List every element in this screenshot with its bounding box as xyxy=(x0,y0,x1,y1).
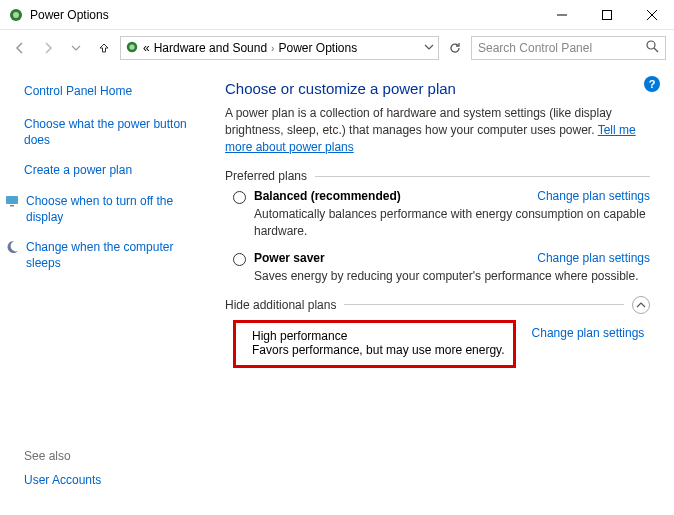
address-bar: « Hardware and Sound › Power Options Sea… xyxy=(0,30,674,66)
plan-high-performance-row: High performance Favors performance, but… xyxy=(233,320,650,368)
svg-point-8 xyxy=(647,41,655,49)
forward-button[interactable] xyxy=(36,36,60,60)
back-button[interactable] xyxy=(8,36,32,60)
refresh-button[interactable] xyxy=(443,36,467,60)
control-panel-icon xyxy=(125,40,139,57)
sidebar-link-power-button[interactable]: Choose what the power button does xyxy=(24,116,203,148)
search-placeholder: Search Control Panel xyxy=(478,41,646,55)
radio-power-saver[interactable] xyxy=(233,253,246,266)
close-button[interactable] xyxy=(629,0,674,29)
breadcrumb-dropdown-button[interactable] xyxy=(424,41,434,55)
plan-name: Balanced (recommended) xyxy=(254,189,527,203)
page-description: A power plan is a collection of hardware… xyxy=(225,105,650,155)
recent-locations-button[interactable] xyxy=(64,36,88,60)
highlight-box: High performance Favors performance, but… xyxy=(233,320,516,368)
sidebar-item-label: Choose what the power button does xyxy=(24,116,203,148)
sidebar: Control Panel Home Choose what the power… xyxy=(0,66,215,515)
plan-name: Power saver xyxy=(254,251,527,265)
change-plan-settings-link[interactable]: Change plan settings xyxy=(537,251,650,265)
maximize-button[interactable] xyxy=(584,0,629,29)
search-icon xyxy=(646,40,659,56)
power-options-icon xyxy=(8,7,24,23)
breadcrumb-hardware-sound[interactable]: Hardware and Sound xyxy=(154,41,267,55)
breadcrumb-overflow[interactable]: « xyxy=(143,41,150,55)
moon-icon xyxy=(4,239,20,255)
control-panel-home-link[interactable]: Control Panel Home xyxy=(24,84,203,98)
plan-power-saver: Power saver Change plan settings Saves e… xyxy=(233,251,650,284)
additional-plans-header: Hide additional plans xyxy=(225,296,650,314)
sidebar-link-create-plan[interactable]: Create a power plan xyxy=(24,162,203,178)
plan-desc: Favors performance, but may use more ene… xyxy=(252,343,505,357)
display-icon xyxy=(4,193,20,209)
search-input[interactable]: Search Control Panel xyxy=(471,36,666,60)
change-plan-settings-link[interactable]: Change plan settings xyxy=(532,320,645,340)
plan-name: High performance xyxy=(252,329,505,343)
preferred-plans-header: Preferred plans xyxy=(225,169,650,183)
radio-balanced[interactable] xyxy=(233,191,246,204)
titlebar: Power Options xyxy=(0,0,674,30)
user-accounts-link[interactable]: User Accounts xyxy=(24,473,203,487)
minimize-button[interactable] xyxy=(539,0,584,29)
svg-rect-11 xyxy=(10,205,14,207)
svg-rect-3 xyxy=(602,10,611,19)
chevron-right-icon: › xyxy=(271,43,274,54)
sidebar-link-sleep[interactable]: Change when the computer sleeps xyxy=(24,239,203,271)
sidebar-link-turn-off-display[interactable]: Choose when to turn off the display xyxy=(24,193,203,225)
see-also-label: See also xyxy=(24,449,203,463)
plan-desc: Saves energy by reducing your computer's… xyxy=(254,268,650,284)
collapse-button[interactable] xyxy=(632,296,650,314)
svg-point-7 xyxy=(129,44,134,49)
change-plan-settings-link[interactable]: Change plan settings xyxy=(537,189,650,203)
svg-point-1 xyxy=(13,12,19,18)
sidebar-item-label: Create a power plan xyxy=(24,162,132,178)
plan-desc: Automatically balances performance with … xyxy=(254,206,650,238)
sidebar-item-label: Choose when to turn off the display xyxy=(26,193,203,225)
breadcrumb[interactable]: « Hardware and Sound › Power Options xyxy=(120,36,439,60)
window-title: Power Options xyxy=(30,8,109,22)
svg-rect-10 xyxy=(6,196,18,204)
page-heading: Choose or customize a power plan xyxy=(225,80,650,97)
help-icon[interactable]: ? xyxy=(644,76,660,92)
breadcrumb-power-options[interactable]: Power Options xyxy=(278,41,357,55)
main-content: Choose or customize a power plan A power… xyxy=(215,66,674,515)
svg-line-9 xyxy=(654,48,658,52)
plan-balanced: Balanced (recommended) Change plan setti… xyxy=(233,189,650,238)
up-button[interactable] xyxy=(92,36,116,60)
sidebar-item-label: Change when the computer sleeps xyxy=(26,239,203,271)
